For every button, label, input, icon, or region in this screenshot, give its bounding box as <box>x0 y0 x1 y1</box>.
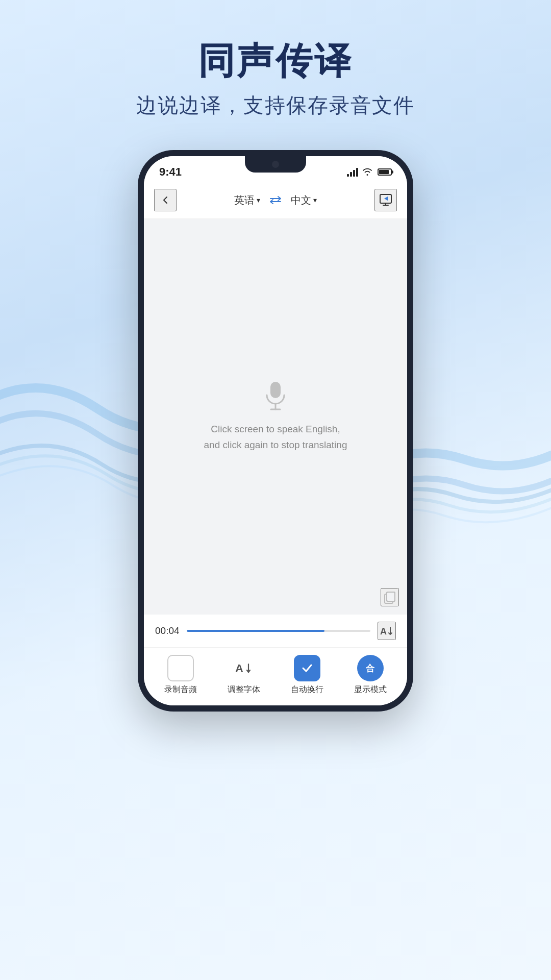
font-size-button[interactable]: A <box>378 622 396 640</box>
status-time: 9:41 <box>159 165 182 179</box>
screen-record-button[interactable] <box>374 189 397 211</box>
svg-rect-1 <box>270 382 281 398</box>
auto-wrap-checkbox <box>294 655 320 681</box>
target-language-selector[interactable]: 中文 ▾ <box>291 193 317 207</box>
translation-area[interactable]: Click screen to speak English, and click… <box>144 219 407 615</box>
svg-text:A: A <box>380 626 387 636</box>
svg-rect-5 <box>387 592 395 601</box>
signal-icon <box>347 167 358 177</box>
hint-text: Click screen to speak English, and click… <box>204 422 347 453</box>
target-language-label: 中文 <box>291 193 311 207</box>
progress-track <box>187 630 370 632</box>
source-lang-arrow-icon: ▾ <box>257 196 260 204</box>
toolbar-item-record[interactable]: 录制音频 <box>153 655 209 695</box>
progress-area: 00:04 A <box>144 615 407 647</box>
display-mode-label: 显示模式 <box>354 684 387 695</box>
back-button[interactable] <box>154 189 177 211</box>
app-header: 英语 ▾ 中文 ▾ <box>144 184 407 219</box>
toolbar-item-font[interactable]: A 调整字体 <box>216 655 272 695</box>
battery-icon <box>378 168 392 176</box>
page-subtitle: 边说边译，支持保存录音文件 <box>0 91 551 119</box>
page-title: 同声传译 <box>0 41 551 81</box>
phone-screen: 9:41 <box>144 156 407 705</box>
record-checkbox <box>167 655 194 681</box>
status-icons <box>347 167 392 177</box>
display-mode-icon: 合 <box>357 655 384 681</box>
phone-notch <box>245 156 306 173</box>
microphone-icon <box>260 381 291 411</box>
bottom-toolbar: 录制音频 A 调整字体 <box>144 647 407 705</box>
toolbar-item-auto-wrap[interactable]: 自动换行 <box>279 655 335 695</box>
copy-button[interactable] <box>381 588 399 606</box>
auto-wrap-label: 自动换行 <box>291 684 323 695</box>
source-language-selector[interactable]: 英语 ▾ <box>234 193 260 207</box>
language-switcher: 英语 ▾ 中文 ▾ <box>234 193 317 207</box>
wifi-icon <box>362 168 372 176</box>
mic-container: Click screen to speak English, and click… <box>204 381 347 453</box>
hint-line2: and click again to stop translating <box>204 439 347 450</box>
svg-text:A: A <box>235 662 243 675</box>
svg-text:合: 合 <box>365 664 375 673</box>
phone-camera <box>272 161 279 168</box>
record-label: 录制音频 <box>164 684 197 695</box>
source-language-label: 英语 <box>234 193 255 207</box>
page-header: 同声传译 边说边译，支持保存录音文件 <box>0 0 551 140</box>
phone-frame: 9:41 <box>138 150 413 712</box>
phone-mockup: 9:41 <box>0 150 551 712</box>
timer-display: 00:04 <box>155 625 180 636</box>
font-icon-wrap: A <box>231 655 257 681</box>
toolbar-item-display-mode[interactable]: 合 显示模式 <box>342 655 398 695</box>
swap-languages-button[interactable] <box>268 195 283 205</box>
hint-line1: Click screen to speak English, <box>211 424 340 434</box>
target-lang-arrow-icon: ▾ <box>313 196 317 204</box>
font-label: 调整字体 <box>228 684 260 695</box>
progress-fill <box>187 630 324 632</box>
